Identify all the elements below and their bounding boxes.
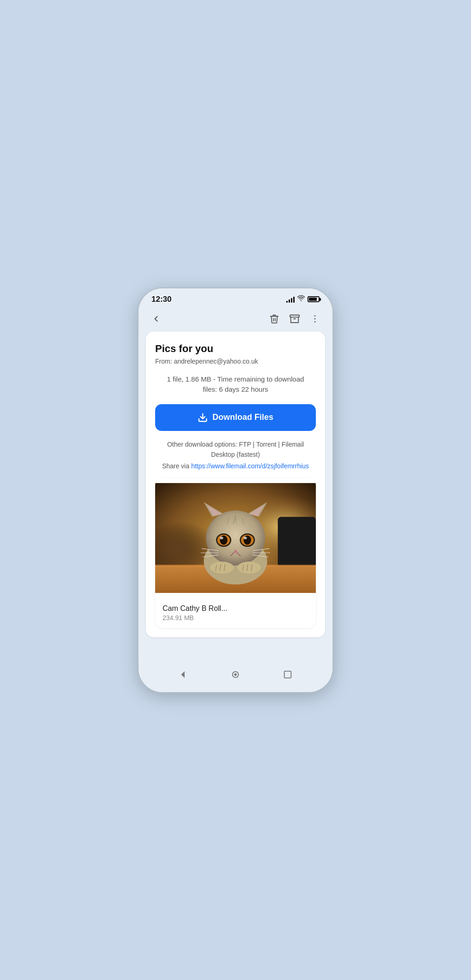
signal-icon — [286, 296, 295, 303]
file-name: Cam Cathy B Roll... — [163, 604, 308, 613]
content-area: Pics for you From: andrelepennec@yahoo.c… — [139, 332, 332, 660]
svg-point-2 — [314, 315, 316, 317]
status-time: 12:30 — [151, 295, 171, 304]
other-options: Other download options: FTP | Torrent | … — [155, 439, 316, 460]
svg-point-3 — [314, 318, 316, 319]
top-nav — [139, 308, 332, 332]
other-options-text: Other download options: FTP | Torrent | … — [167, 441, 304, 458]
svg-rect-0 — [290, 315, 299, 317]
svg-point-4 — [314, 321, 316, 323]
archive-button[interactable] — [286, 311, 303, 327]
bottom-nav — [139, 660, 332, 692]
phone-shell: 12:30 — [139, 288, 332, 692]
recents-nav-button[interactable] — [279, 666, 296, 683]
svg-rect-48 — [284, 671, 291, 678]
share-label: Share via — [162, 462, 189, 470]
wifi-icon — [297, 295, 305, 303]
svg-point-29 — [243, 537, 247, 539]
file-info: 1 file, 1.86 MB - Time remaining to down… — [155, 374, 316, 395]
status-icons — [286, 295, 320, 303]
back-nav-button[interactable] — [175, 666, 192, 683]
svg-point-37 — [210, 562, 234, 574]
delete-button[interactable] — [266, 311, 283, 327]
svg-point-41 — [237, 562, 261, 574]
email-card: Pics for you From: andrelepennec@yahoo.c… — [146, 332, 325, 638]
file-preview-image — [155, 478, 316, 598]
more-options-button[interactable] — [307, 311, 323, 327]
download-button-label: Download Files — [212, 412, 273, 422]
svg-marker-45 — [181, 671, 184, 678]
download-files-button[interactable]: Download Files — [155, 404, 316, 431]
home-nav-button[interactable] — [227, 666, 244, 683]
nav-actions — [266, 311, 323, 327]
battery-icon — [308, 296, 320, 302]
svg-point-25 — [220, 537, 223, 539]
share-url-link[interactable]: https://www.filemail.com/d/zsjfoifemrrhi… — [191, 462, 309, 470]
share-link-container: Share via https://www.filemail.com/d/zsj… — [155, 462, 316, 470]
svg-point-47 — [234, 673, 237, 676]
email-from: From: andrelepennec@yahoo.co.uk — [155, 358, 316, 365]
file-info-bottom: Cam Cathy B Roll... 234.91 MB — [155, 598, 316, 628]
email-subject: Pics for you — [155, 343, 316, 355]
back-button[interactable] — [148, 311, 164, 327]
file-preview-card[interactable]: Cam Cathy B Roll... 234.91 MB — [155, 478, 316, 628]
file-size: 234.91 MB — [163, 614, 308, 621]
status-bar: 12:30 — [139, 288, 332, 308]
